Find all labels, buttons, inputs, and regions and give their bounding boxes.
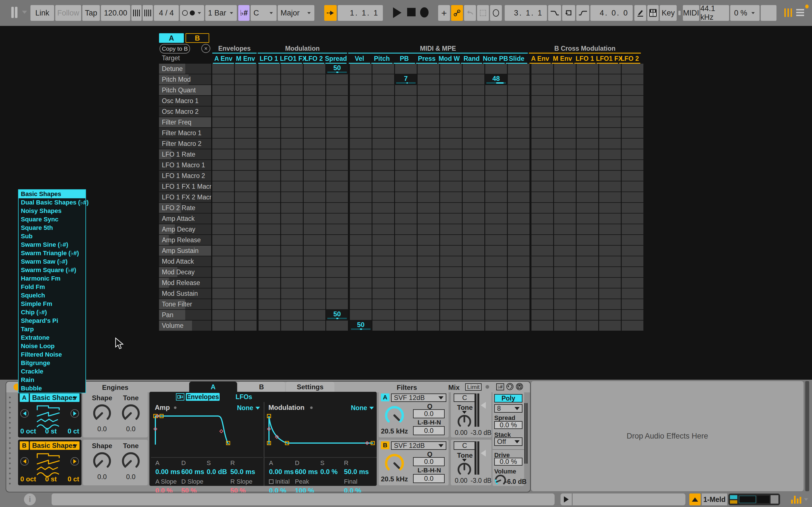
matrix-cell-lfo-1-rate-spread[interactable]	[326, 149, 348, 159]
matrix-cell-lfo-1-fx-2-macro-lfo-2[interactable]	[304, 192, 325, 202]
matrix-cell-filter-macro-2-lfo-2[interactable]	[622, 138, 644, 149]
matrix-cell-mod-sustain-vel[interactable]	[350, 288, 371, 298]
ab-link-icon[interactable]	[176, 393, 185, 400]
matrix-cell-lfo-1-fx-1-macro-rand[interactable]	[463, 181, 485, 191]
device-preview-thumbnail[interactable]	[728, 494, 780, 505]
matrix-cell-lfo-1-fx-2-macro-lfo1-fx[interactable]	[281, 192, 303, 202]
engine-a-next-button[interactable]	[70, 409, 79, 418]
tab-a[interactable]: A	[189, 382, 237, 392]
matrix-cell-lfo-1-macro-2-lfo-2[interactable]	[622, 171, 644, 181]
matrix-cell-osc-macro-1-lfo-1[interactable]	[259, 96, 280, 106]
matrix-cell-lfo-1-fx-1-macro-lfo-1[interactable]	[259, 181, 280, 191]
matrix-cell-lfo-1-macro-2-pitch[interactable]	[372, 171, 394, 181]
matrix-cell-amp-release-vel[interactable]	[350, 235, 371, 245]
matrix-cell-pan-lfo1-fx[interactable]	[599, 310, 621, 320]
matrix-cell-amp-sustain-slide[interactable]	[508, 245, 529, 256]
shape-value[interactable]: 0.0	[88, 425, 116, 433]
matrix-cell-filter-freq-lfo-2[interactable]	[304, 117, 325, 127]
matrix-cell-lfo-1-rate-lfo1-fx[interactable]	[599, 149, 621, 159]
matrix-cell-osc-macro-1-lfo-2[interactable]	[304, 96, 325, 106]
matrix-cell-mod-release-vel[interactable]	[350, 278, 371, 288]
matrix-cell-lfo-1-rate-vel[interactable]	[350, 149, 371, 159]
matrix-cell-lfo-2-rate-lfo-1[interactable]	[576, 203, 598, 213]
poly-mode-button[interactable]: Poly	[494, 394, 522, 402]
matrix-cell-lfo-1-macro-1-lfo-1[interactable]	[259, 160, 280, 170]
matrix-cell-detune-lfo-1[interactable]	[259, 64, 280, 74]
osc-menu-item-square-sync[interactable]: Square Sync	[18, 215, 86, 224]
matrix-cell-pitch-mod-spread[interactable]	[326, 74, 348, 84]
mix-a-level-slider[interactable]	[481, 402, 486, 409]
matrix-cell-amp-release-m-env[interactable]	[235, 235, 257, 245]
matrix-cell-filter-macro-1-pb[interactable]	[395, 128, 417, 138]
matrix-cell-pitch-quant-m-env[interactable]	[235, 85, 257, 95]
matrix-cell-pan-lfo-1[interactable]	[259, 310, 280, 320]
matrix-cell-pan-rand[interactable]	[463, 310, 485, 320]
matrix-cell-filter-macro-2-pb[interactable]	[395, 138, 417, 149]
matrix-cell-mod-decay-lfo1-fx[interactable]	[281, 267, 303, 277]
matrix-cell-pan-slide[interactable]	[508, 310, 529, 320]
matrix-cell-lfo-2-rate-a-env[interactable]	[531, 203, 553, 213]
matrix-cell-pan-mod-w[interactable]	[440, 310, 462, 320]
matrix-cell-amp-decay-press[interactable]	[417, 224, 439, 234]
matrix-cell-pitch-mod-pitch[interactable]	[372, 74, 394, 84]
matrix-cell-osc-macro-2-lfo-1[interactable]	[576, 107, 598, 117]
matrix-cell-filter-macro-1-slide[interactable]	[508, 128, 529, 138]
matrix-cell-tone-filter-lfo1-fx[interactable]	[281, 299, 303, 309]
matrix-cell-pan-lfo1-fx[interactable]	[281, 310, 303, 320]
limit-button[interactable]: Limit	[465, 383, 481, 391]
matrix-cell-lfo-1-macro-1-lfo1-fx[interactable]	[281, 160, 303, 170]
matrix-cell-tone-filter-lfo-2[interactable]	[304, 299, 325, 309]
matrix-cell-filter-macro-2-lfo1-fx[interactable]	[281, 138, 303, 149]
matrix-cell-amp-sustain-pb[interactable]	[395, 245, 417, 256]
matrix-cell-lfo-2-rate-pb[interactable]	[395, 203, 417, 213]
matrix-cell-mod-attack-mod-w[interactable]	[440, 256, 462, 267]
matrix-cell-osc-macro-2-mod-w[interactable]	[440, 107, 462, 117]
matrix-cell-filter-macro-2-spread[interactable]	[326, 138, 348, 149]
matrix-cell-pan-pb[interactable]	[395, 310, 417, 320]
matrix-cell-mod-release-lfo1-fx[interactable]	[281, 278, 303, 288]
matrix-cell-mod-sustain-mod-w[interactable]	[440, 288, 462, 298]
osc-menu-item-harmonic-fm[interactable]: Harmonic Fm	[18, 274, 86, 283]
matrix-cell-pan-lfo-2[interactable]	[304, 310, 325, 320]
matrix-cell-filter-freq-a-env[interactable]	[212, 117, 234, 127]
matrix-cell-mod-decay-lfo-2[interactable]	[622, 267, 644, 277]
matrix-cell-lfo-1-fx-1-macro-pb[interactable]	[395, 181, 417, 191]
matrix-cell-mod-release-pb[interactable]	[395, 278, 417, 288]
matrix-cell-detune-lfo-2[interactable]	[304, 64, 325, 74]
matrix-cell-amp-decay-lfo1-fx[interactable]	[599, 224, 621, 234]
matrix-cell-amp-release-mod-w[interactable]	[440, 235, 462, 245]
osc-menu-item-swarm-sine-[interactable]: Swarm Sine (♭#)	[18, 240, 86, 249]
matrix-cell-amp-sustain-lfo-2[interactable]	[622, 245, 644, 256]
scale-root-menu[interactable]: C	[251, 5, 276, 21]
matrix-cell-filter-freq-spread[interactable]	[326, 117, 348, 127]
matrix-cell-mod-sustain-a-env[interactable]	[212, 288, 234, 298]
filter-a-q-field[interactable]: 0.0	[413, 409, 445, 418]
voice-count-menu[interactable]: 8	[494, 404, 522, 413]
filter-a-chip[interactable]: A	[381, 393, 389, 401]
matrix-cell-lfo-1-fx-1-macro-lfo-1[interactable]	[576, 181, 598, 191]
matrix-cell-tone-filter-m-env[interactable]	[554, 299, 576, 309]
tone-value[interactable]: 0.0	[117, 473, 145, 481]
matrix-cell-lfo-1-macro-2-a-env[interactable]	[531, 171, 553, 181]
matrix-cell-amp-attack-slide[interactable]	[508, 214, 529, 224]
matrix-cell-volume-note-pb[interactable]	[485, 321, 507, 331]
matrix-cell-tone-filter-a-env[interactable]	[212, 299, 234, 309]
matrix-cell-lfo-1-fx-1-macro-note-pb[interactable]	[485, 181, 507, 191]
matrix-cell-lfo-1-macro-2-vel[interactable]	[350, 171, 371, 181]
matrix-cell-filter-freq-mod-w[interactable]	[440, 117, 462, 127]
matrix-cell-lfo-1-fx-1-macro-m-env[interactable]	[554, 181, 576, 191]
matrix-cell-amp-release-lfo-2[interactable]	[304, 235, 325, 245]
matrix-cell-lfo-1-macro-2-slide[interactable]	[508, 171, 529, 181]
env-param-value[interactable]: 0.00 ms	[155, 467, 181, 477]
tone-knob[interactable]	[119, 450, 142, 472]
matrix-cell-amp-sustain-a-env[interactable]	[212, 245, 234, 256]
matrix-cell-volume-lfo-2[interactable]	[304, 321, 325, 331]
matrix-cell-lfo-1-macro-2-pb[interactable]	[395, 171, 417, 181]
matrix-cell-amp-release-lfo-1[interactable]	[259, 235, 280, 245]
matrix-cell-tone-filter-mod-w[interactable]	[440, 299, 462, 309]
matrix-cell-lfo-1-macro-1-rand[interactable]	[463, 160, 485, 170]
matrix-cell-lfo-1-macro-2-press[interactable]	[417, 171, 439, 181]
device-view-chevron-icon[interactable]	[804, 498, 808, 501]
matrix-cell-filter-freq-m-env[interactable]	[235, 117, 257, 127]
overload-indicator[interactable]	[761, 5, 776, 21]
